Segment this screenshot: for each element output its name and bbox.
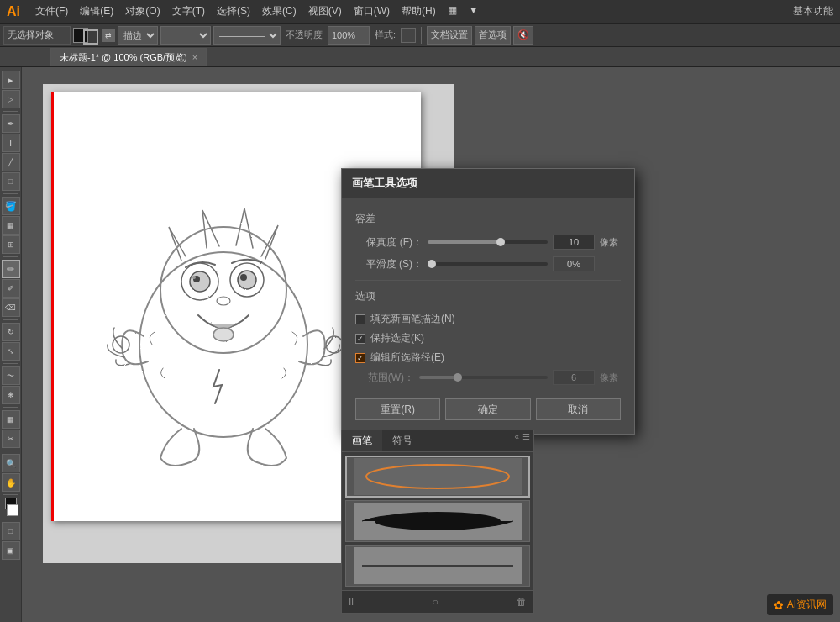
tool-paintbucket[interactable]: 🪣 — [2, 197, 20, 215]
watermark: ✿ AI资讯网 — [767, 594, 833, 615]
tool-slice[interactable]: ✂ — [2, 430, 20, 448]
tool-zoom[interactable]: 🔍 — [2, 454, 20, 472]
svg-point-11 — [113, 336, 129, 353]
color-controls — [3, 498, 18, 516]
range-thumb[interactable] — [454, 373, 462, 382]
canvas-area: 画笔工具选项 容差 保真度 (F)： 10 像素 — [22, 67, 840, 622]
tool-rotate[interactable]: ↻ — [2, 323, 20, 341]
menu-extra[interactable]: ▦ — [443, 3, 462, 20]
brush-delete-icon[interactable]: 🗑 — [513, 594, 530, 609]
menu-window[interactable]: 窗口(W) — [349, 3, 395, 20]
tool-mesh[interactable]: ⊞ — [2, 235, 20, 254]
menu-text[interactable]: 文字(T) — [167, 3, 210, 20]
smoothness-slider[interactable] — [428, 262, 548, 266]
toolbar-sep — [421, 27, 422, 44]
svg-point-3 — [190, 271, 210, 292]
menu-extra2[interactable]: ▼ — [464, 3, 484, 20]
document-tab[interactable]: 未标题-1* @ 100% (RGB/预览) × — [50, 48, 207, 66]
tool-sep-5 — [3, 363, 18, 364]
brush-tool-dialog[interactable]: 画笔工具选项 容差 保真度 (F)： 10 像素 — [341, 168, 635, 435]
tool-type[interactable]: T — [2, 134, 20, 152]
menu-view[interactable]: 视图(V) — [303, 3, 347, 20]
keep-selected-checkbox[interactable] — [355, 334, 365, 344]
range-input[interactable]: 6 — [553, 370, 595, 385]
menu-file[interactable]: 文件(F) — [30, 3, 73, 20]
tool-warp[interactable]: 〜 — [2, 366, 20, 385]
fidelity-input[interactable]: 10 — [553, 235, 595, 250]
tool-line[interactable]: ╱ — [2, 153, 20, 171]
reset-button[interactable]: 重置(R) — [355, 398, 440, 420]
style-label: 样式: — [372, 29, 398, 41]
tolerance-section-title: 容差 — [355, 212, 621, 226]
tool-rect[interactable]: □ — [2, 172, 20, 191]
menu-select[interactable]: 选择(S) — [212, 3, 255, 20]
range-unit: 像素 — [600, 372, 621, 384]
brush-new-icon[interactable]: Il — [345, 594, 357, 609]
smoothness-input[interactable]: 0% — [553, 256, 595, 271]
fill-new-label: 填充新画笔描边(N) — [370, 312, 455, 326]
fidelity-thumb[interactable] — [496, 238, 505, 246]
swap-icon[interactable]: ⇄ — [102, 29, 115, 42]
doc-settings-btn[interactable]: 文档设置 — [427, 26, 472, 45]
fill-new-checkbox[interactable] — [355, 314, 365, 324]
brush-options-icon[interactable]: ○ — [428, 594, 441, 609]
edit-paths-checkbox[interactable] — [355, 353, 365, 363]
cancel-button[interactable]: 取消 — [536, 398, 621, 420]
tool-scale[interactable]: ⤡ — [2, 342, 20, 361]
stroke-swatch[interactable] — [83, 29, 98, 45]
tool-normal-mode[interactable]: □ — [2, 522, 20, 540]
tool-select[interactable]: ▸ — [2, 71, 20, 89]
watermark-icon: ✿ — [774, 598, 784, 612]
stroke-type-select[interactable]: 描边 — [118, 26, 158, 45]
tool-sep-4 — [3, 319, 18, 320]
toolbox: ▸ ▷ ✒ T ╱ □ 🪣 ▦ ⊞ ✏ ✐ ⌫ ↻ ⤡ 〜 ❋ ▦ ✂ 🔍 ✋ … — [0, 67, 22, 622]
fidelity-unit: 像素 — [600, 236, 621, 249]
svg-point-5 — [192, 276, 196, 279]
smoothness-thumb[interactable] — [428, 260, 436, 268]
tool-pen[interactable]: ✒ — [2, 114, 20, 133]
tool-pencil[interactable]: ✐ — [2, 279, 20, 298]
menu-edit[interactable]: 编辑(E) — [75, 3, 118, 20]
tool-gradient[interactable]: ▦ — [2, 216, 20, 235]
range-slider[interactable] — [419, 376, 548, 379]
fidelity-slider[interactable] — [428, 240, 548, 244]
options-section-title: 选项 — [355, 289, 621, 303]
svg-point-8 — [240, 274, 247, 281]
tool-direct-select[interactable]: ▷ — [2, 90, 20, 108]
preferences-btn[interactable]: 首选项 — [475, 26, 511, 45]
menu-effect[interactable]: 效果(C) — [257, 3, 302, 20]
tool-column[interactable]: ▦ — [2, 410, 20, 429]
svg-point-7 — [238, 271, 256, 289]
tab-close[interactable]: × — [192, 52, 197, 62]
tool-sep-8 — [3, 494, 18, 495]
mute-btn[interactable]: 🔇 — [513, 26, 533, 45]
fidelity-fill — [428, 240, 500, 244]
tab-title: 未标题-1* @ 100% (RGB/预览) — [60, 51, 187, 64]
smoothness-row: 平滑度 (S)： 0% — [355, 256, 621, 271]
stroke-style-select[interactable] — [160, 26, 211, 45]
fill-new-row: 填充新画笔描边(N) — [355, 312, 621, 326]
monster-sketch — [81, 126, 366, 479]
tool-screen-mode[interactable]: ▣ — [2, 541, 20, 560]
no-select-label: 无选择对象 — [3, 26, 71, 45]
dialog-titlebar: 画笔工具选项 — [342, 169, 634, 198]
tabbar: 未标题-1* @ 100% (RGB/预览) × — [0, 47, 840, 67]
range-row: 范围(W)： 6 像素 — [355, 370, 621, 385]
tool-brush[interactable]: ✏ — [2, 260, 20, 278]
menu-object[interactable]: 对象(O) — [120, 3, 165, 20]
toolbar: 无选择对象 ⇄ 描边 —————— 不透明度 100% 样式: 文档设置 首选项… — [0, 24, 840, 47]
ok-button[interactable]: 确定 — [445, 398, 530, 420]
tool-sep-1 — [3, 111, 18, 112]
tool-eraser[interactable]: ⌫ — [2, 298, 20, 317]
menu-bar: 文件(F) 编辑(E) 对象(O) 文字(T) 选择(S) 效果(C) 视图(V… — [30, 3, 793, 20]
tool-symbol[interactable]: ❋ — [2, 386, 20, 404]
brush-select[interactable]: —————— — [213, 26, 281, 45]
tool-sep-2 — [3, 193, 18, 194]
menu-help[interactable]: 帮助(H) — [396, 3, 441, 20]
edit-paths-label: 编辑所选路径(E) — [370, 351, 444, 365]
tool-hand[interactable]: ✋ — [2, 473, 20, 492]
style-swatch[interactable] — [401, 28, 416, 43]
background-color[interactable] — [7, 504, 18, 516]
opacity-value[interactable]: 100% — [328, 26, 370, 45]
dialog-body: 容差 保真度 (F)： 10 像素 平滑度 (S)： — [342, 198, 634, 434]
